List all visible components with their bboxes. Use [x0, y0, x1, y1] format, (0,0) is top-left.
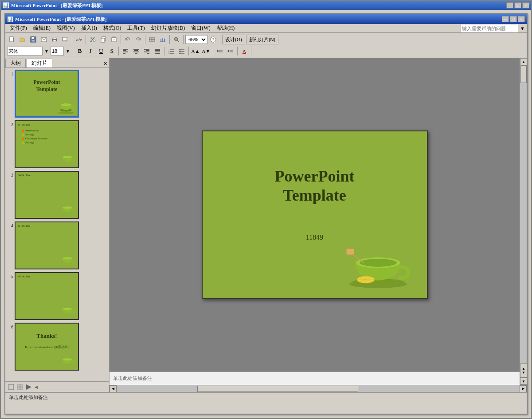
font-family-input[interactable] [7, 47, 43, 55]
btn-align-left[interactable] [121, 46, 130, 56]
menu-format[interactable]: 格式(O) [101, 24, 124, 32]
slide-canvas[interactable]: PowerPoint Template 11849 [202, 130, 428, 299]
help-search-arrow[interactable]: ▼ [520, 26, 525, 31]
btn-decrease-indent[interactable] [226, 46, 235, 56]
btn-save[interactable] [28, 35, 38, 44]
menu-help[interactable]: 帮助(H) [214, 24, 238, 32]
slide-thumb-4[interactable]: S4D: 50x [15, 221, 79, 269]
slide-thumb-1[interactable]: PowerPointTemplate — [15, 70, 79, 118]
btn-bullets[interactable] [177, 46, 187, 56]
slide-thumb-2[interactable]: S4D: 50x Introduction Strategy Challenge… [15, 120, 79, 168]
btn-increase-font[interactable]: A▲ [191, 46, 200, 56]
btn-view-slideshow[interactable] [25, 383, 33, 391]
menu-insert[interactable]: 插入(I) [78, 24, 100, 32]
scrollbar-thumb[interactable] [520, 65, 527, 83]
tab-outline[interactable]: 大纲 [5, 59, 26, 67]
btn-undo[interactable] [123, 35, 133, 44]
editing-canvas-area[interactable]: PowerPoint Template 11849 [110, 58, 520, 372]
font-family-arrow[interactable]: ▼ [43, 46, 50, 56]
scrollbar-down-btn[interactable]: ▼ [520, 378, 527, 385]
scrollbar-h-thumb[interactable] [197, 386, 359, 392]
btn-shadow[interactable]: S [107, 46, 117, 56]
new-slide-btn[interactable]: 新幻灯片(N) [246, 35, 278, 44]
btn-preview[interactable] [60, 35, 70, 44]
btn-print[interactable] [50, 35, 59, 44]
slide-item-6[interactable]: 6 Thanks! Hyperion International (美国总部) [7, 323, 107, 371]
slide-item-4[interactable]: 4 S4D: 50x [7, 221, 107, 269]
slide-item-5[interactable]: 5 S4D: 50x [7, 272, 107, 320]
scroll-resize-down[interactable]: ▼ [522, 371, 525, 375]
inner-title-bar: 📊 Microsoft PowerPoint - [最爱绿茶PPT模板] — □… [5, 14, 527, 24]
svg-rect-4 [31, 40, 35, 42]
outer-title-text: Microsoft PowerPoint - [最爱绿茶PPT模板] [11, 2, 506, 9]
svg-rect-76 [17, 384, 20, 387]
btn-bold[interactable]: B [75, 46, 85, 56]
notes-placeholder[interactable]: 单击此处添加备注 [113, 375, 152, 382]
scrollbar-left-btn[interactable]: ◀ [110, 385, 117, 392]
btn-numbering[interactable]: 1.2.3. [166, 46, 176, 56]
inner-minimize-btn[interactable]: — [502, 16, 509, 22]
inner-close-btn[interactable]: × [518, 16, 525, 22]
outer-close-btn[interactable]: × [522, 2, 529, 8]
btn-align-center[interactable] [131, 46, 141, 56]
slide-thumb-6[interactable]: Thanks! Hyperion International (美国总部) [15, 323, 79, 371]
btn-view-normal[interactable] [7, 383, 15, 391]
inner-maximize-btn[interactable]: □ [510, 16, 517, 22]
btn-new[interactable] [7, 35, 17, 44]
btn-spell[interactable]: abc✓ [74, 35, 84, 44]
btn-align-right[interactable] [142, 46, 152, 56]
scrollbar-up-btn[interactable]: ▲ [520, 58, 527, 65]
slide-item-3[interactable]: 3 S4D: 50x [7, 171, 107, 219]
menu-file[interactable]: 文件(F) [7, 24, 30, 32]
svg-point-58 [180, 51, 181, 52]
slide-list: 1 PowerPointTemplate — [5, 68, 109, 381]
slide-thumb-3[interactable]: S4D: 50x [15, 171, 79, 219]
btn-view-slide-sorter[interactable] [16, 383, 24, 391]
fmt-sep-4 [188, 47, 189, 55]
menu-window[interactable]: 窗口(W) [188, 24, 213, 32]
btn-justify[interactable] [153, 46, 162, 56]
svg-point-60 [180, 53, 181, 54]
design-btn[interactable]: 设计(G) [222, 35, 245, 44]
font-size-input[interactable] [51, 47, 64, 55]
btn-decrease-font[interactable]: A▼ [201, 46, 211, 56]
btn-copy[interactable] [98, 35, 108, 44]
slide6-thanks: Thanks! [16, 332, 78, 340]
scrollbar-right-btn[interactable]: ▶ [520, 385, 527, 392]
btn-font-color[interactable]: A [239, 46, 249, 56]
menu-slideshow[interactable]: 幻灯片放映(D) [149, 24, 188, 32]
svg-text:✓: ✓ [79, 39, 82, 43]
menu-view[interactable]: 视图(V) [54, 24, 78, 32]
slide-panel-close-btn[interactable]: ✕ [102, 60, 109, 67]
btn-underline[interactable]: U [96, 46, 106, 56]
btn-redo[interactable] [133, 35, 143, 44]
menu-edit[interactable]: 编辑(E) [31, 24, 53, 32]
btn-paste[interactable] [109, 35, 119, 44]
btn-open[interactable] [18, 35, 27, 44]
tab-slides[interactable]: 幻灯片 [27, 59, 52, 67]
zoom-select[interactable]: 66% [185, 35, 207, 44]
help-search-input[interactable] [461, 24, 518, 33]
slide-thumb-5[interactable]: S4D: 50x [15, 272, 79, 320]
notes-area[interactable]: 单击此处添加备注 [110, 372, 520, 385]
scrollbar-horizontal[interactable]: ◀ ▶ [110, 385, 527, 392]
btn-insert-table[interactable] [147, 35, 157, 44]
slide-item-2[interactable]: 2 S4D: 50x Introduction Strategy Challen… [7, 120, 107, 168]
outer-maximize-btn[interactable]: □ [514, 2, 521, 8]
font-size-arrow[interactable]: ▼ [65, 46, 71, 56]
scrollbar-vertical[interactable]: ▲ ▲ ▼ ▼ [520, 58, 527, 385]
btn-help[interactable]: ? [208, 35, 218, 44]
scroll-resize-up[interactable]: ▲ [522, 367, 525, 371]
svg-rect-24 [160, 39, 161, 42]
btn-email[interactable] [39, 35, 49, 44]
btn-insert-chart[interactable] [158, 35, 168, 44]
outer-window-controls: — □ × [506, 2, 529, 8]
outer-minimize-btn[interactable]: — [506, 2, 513, 8]
btn-increase-indent[interactable] [215, 46, 225, 56]
svg-text:3.: 3. [168, 52, 170, 54]
btn-italic[interactable]: I [86, 46, 95, 56]
btn-cut[interactable] [88, 35, 98, 44]
btn-zoom-in[interactable] [172, 35, 181, 44]
menu-tools[interactable]: 工具(T) [125, 24, 147, 32]
slide-item-1[interactable]: 1 PowerPointTemplate — [7, 70, 107, 118]
